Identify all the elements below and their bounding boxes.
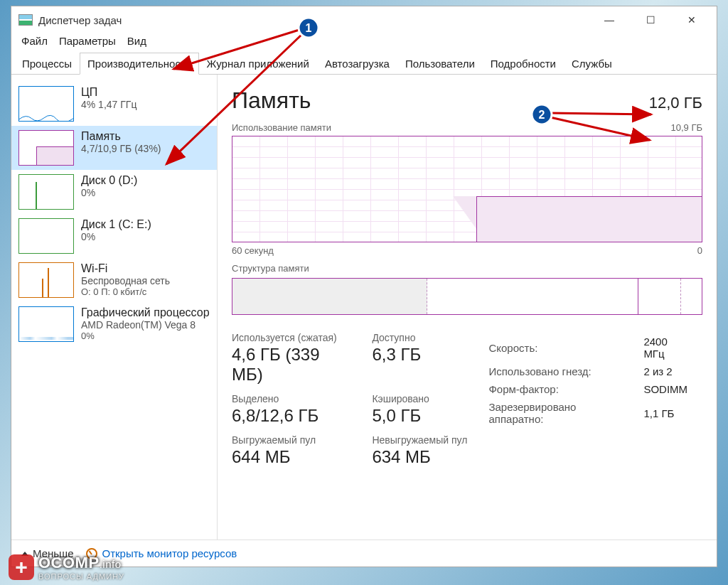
paged-value: 644 МБ — [232, 447, 353, 467]
menu-view[interactable]: Вид — [123, 33, 151, 48]
minimize-button[interactable]: — — [589, 9, 630, 31]
memory-title: Память — [81, 130, 210, 143]
wifi-title: Wi-Fi — [81, 262, 210, 275]
tab-app-history[interactable]: Журнал приложений — [199, 53, 317, 75]
panel-title: Память — [232, 87, 311, 114]
disk1-title: Диск 1 (C: E:) — [81, 218, 210, 231]
usage-chart-label: Использование памяти — [232, 122, 331, 133]
commit-value: 6,8/12,6 ГБ — [232, 406, 353, 426]
wifi-sub: Беспроводная сеть — [81, 275, 210, 286]
used-value: 4,6 ГБ (339 МБ) — [232, 345, 353, 385]
avail-label: Доступно — [372, 332, 467, 343]
form-value: SODIMM — [643, 381, 701, 397]
maximize-button[interactable]: ☐ — [630, 9, 671, 31]
window-title: Диспетчер задач — [38, 14, 589, 26]
menu-file[interactable]: Файл — [17, 33, 52, 48]
disk1-sub: 0% — [81, 231, 210, 242]
axis-left: 60 секунд — [232, 245, 274, 256]
cpu-title: ЦП — [81, 86, 210, 99]
memory-usage-chart — [232, 136, 702, 242]
form-label: Форм-фактор: — [488, 381, 642, 397]
disk0-thumbnail — [18, 174, 74, 210]
total-memory: 12,0 ГБ — [649, 94, 702, 112]
tab-processes[interactable]: Процессы — [14, 53, 80, 75]
performance-sidebar: ЦП4% 1,47 ГГц Память4,7/10,9 ГБ (43%) Ди… — [11, 75, 218, 540]
tab-details[interactable]: Подробности — [483, 53, 564, 75]
disk1-thumbnail — [18, 218, 74, 254]
paged-label: Выгружаемый пул — [232, 434, 353, 446]
composition-free — [638, 279, 680, 314]
wifi-thumbnail — [18, 262, 74, 298]
memory-panel: Память 12,0 ГБ Использование памяти 10,9… — [218, 75, 717, 540]
content-area: ЦП4% 1,47 ГГц Память4,7/10,9 ГБ (43%) Ди… — [11, 75, 717, 540]
tab-services[interactable]: Службы — [564, 53, 620, 75]
nonpaged-value: 634 МБ — [372, 447, 467, 467]
task-manager-window: Диспетчер задач — ☐ ✕ Файл Параметры Вид… — [11, 6, 717, 567]
commit-label: Выделено — [232, 393, 353, 404]
gpu-title: Графический процессор — [81, 306, 210, 319]
watermark-text: OCOMP — [38, 554, 100, 571]
slots-value: 2 из 2 — [643, 363, 701, 380]
watermark-sub: ВОПРОСЫ АДМИНУ — [38, 572, 124, 581]
memory-sub: 4,7/10,9 ГБ (43%) — [81, 143, 210, 154]
menubar: Файл Параметры Вид — [11, 33, 717, 53]
sidebar-item-wifi[interactable]: Wi-FiБеспроводная сетьО: 0 П: 0 кбит/с — [11, 258, 217, 302]
composition-reserved — [680, 279, 702, 314]
usage-chart-max: 10,9 ГБ — [671, 122, 702, 133]
tab-bar: Процессы Производительность Журнал прило… — [11, 53, 717, 75]
speed-value: 2400 МГц — [643, 333, 701, 362]
titlebar: Диспетчер задач — ☐ ✕ — [11, 6, 717, 33]
memory-stats: Используется (сжатая)4,6 ГБ (339 МБ) Дос… — [232, 332, 702, 467]
gpu-sub2: 0% — [81, 331, 210, 341]
composition-cached — [427, 279, 638, 314]
app-icon — [18, 14, 33, 26]
slots-label: Использовано гнезд: — [488, 363, 642, 380]
cached-value: 5,0 ГБ — [372, 406, 467, 426]
cached-label: Кэшировано — [372, 393, 467, 404]
cpu-sub: 4% 1,47 ГГц — [81, 99, 210, 110]
window-controls: — ☐ ✕ — [589, 9, 712, 31]
sidebar-item-disk0[interactable]: Диск 0 (D:)0% — [11, 170, 217, 214]
axis-right: 0 — [697, 245, 702, 256]
tab-users[interactable]: Пользователи — [397, 53, 483, 75]
tab-startup[interactable]: Автозагрузка — [317, 53, 397, 75]
sidebar-item-cpu[interactable]: ЦП4% 1,47 ГГц — [11, 82, 217, 126]
avail-value: 6,3 ГБ — [372, 345, 467, 365]
watermark-suffix: .info — [100, 558, 122, 570]
wifi-sub2: О: 0 П: 0 кбит/с — [81, 286, 210, 297]
reserved-label: Зарезервировано аппаратно: — [488, 399, 642, 427]
gpu-sub: AMD Radeon(TM) Vega 8 — [81, 319, 210, 331]
used-label: Используется (сжатая) — [232, 332, 353, 343]
watermark: + OCOMP.info ВОПРОСЫ АДМИНУ — [9, 554, 124, 581]
close-button[interactable]: ✕ — [671, 9, 712, 31]
gpu-thumbnail — [18, 306, 74, 342]
watermark-badge-icon: + — [9, 554, 34, 580]
disk0-title: Диск 0 (D:) — [81, 174, 210, 187]
sidebar-item-disk1[interactable]: Диск 1 (C: E:)0% — [11, 214, 217, 258]
cpu-thumbnail — [18, 86, 74, 122]
memory-thumbnail — [18, 130, 74, 166]
reserved-value: 1,1 ГБ — [643, 399, 701, 427]
composition-label: Структура памяти — [232, 263, 702, 274]
tab-performance[interactable]: Производительность — [80, 53, 199, 75]
memory-composition-chart — [232, 278, 702, 315]
speed-label: Скорость: — [488, 333, 642, 362]
menu-options[interactable]: Параметры — [55, 33, 120, 48]
sidebar-item-gpu[interactable]: Графический процессорAMD Radeon(TM) Vega… — [11, 302, 217, 346]
sidebar-item-memory[interactable]: Память4,7/10,9 ГБ (43%) — [11, 126, 217, 170]
nonpaged-label: Невыгружаемый пул — [372, 434, 467, 446]
disk0-sub: 0% — [81, 187, 210, 198]
composition-used — [232, 279, 427, 314]
